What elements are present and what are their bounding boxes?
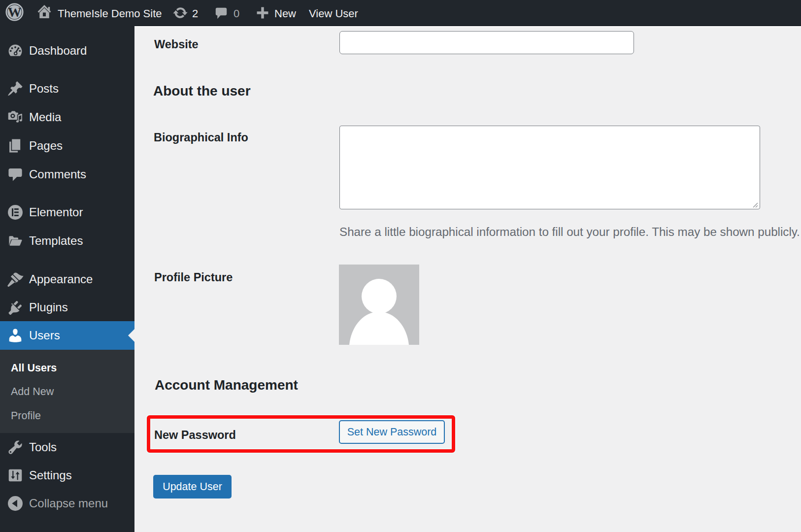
svg-text:W: W bbox=[8, 4, 22, 20]
